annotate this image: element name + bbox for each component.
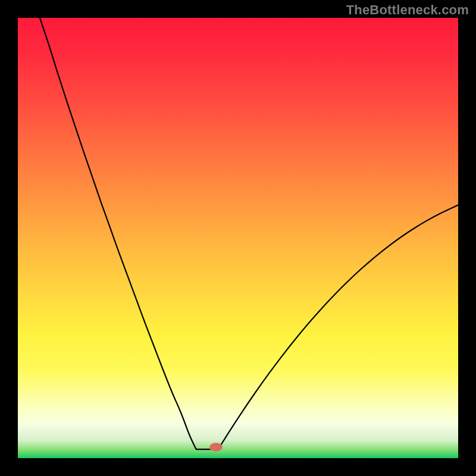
chart-frame: TheBottleneck.com (0, 0, 476, 476)
watermark-text: TheBottleneck.com (346, 2, 469, 18)
curve-path (40, 18, 458, 449)
optimal-marker (209, 443, 223, 452)
bottleneck-curve (18, 18, 458, 458)
